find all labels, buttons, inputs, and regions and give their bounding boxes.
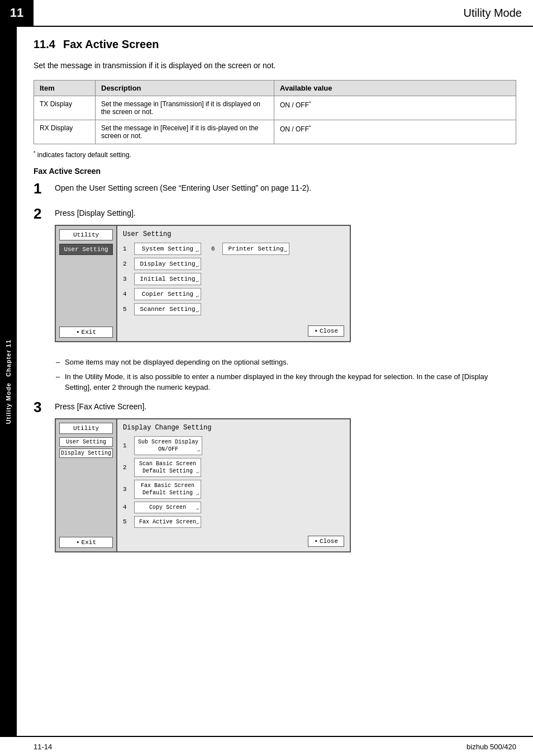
screen-close-button-2[interactable]: ▪ Close	[308, 536, 344, 547]
close-label-1: Close	[320, 328, 338, 334]
sidebar: Chapter 11 Utility Mode	[0, 27, 17, 737]
step-3-text: Press [Fax Active Screen].	[55, 401, 516, 413]
table-row: TX Display Set the message in [Transmiss…	[34, 96, 516, 120]
screen-close-button-1[interactable]: ▪ Close	[308, 325, 344, 337]
bullet-item-1: Some items may not be displayed dependin…	[56, 357, 516, 368]
section-title: Fax Active Screen	[63, 38, 159, 51]
step-2: 2 Press [Display Setting]. Utility User …	[34, 207, 516, 349]
step-3-number: 3	[34, 400, 55, 414]
screen-right-title-1: User Setting	[123, 230, 344, 238]
screen-right-title-2: Display Change Setting	[123, 424, 344, 432]
screen-buttons-1: 1 System Setting 6 Printer Setting 2 Dis…	[123, 243, 344, 315]
screen-exit-button-2[interactable]: ▪ Exit	[59, 537, 113, 548]
screen-mockup-1: Utility User Setting ▪ Exit User Setting…	[55, 225, 351, 342]
row1-description: Set the message in [Transmission] if it …	[96, 96, 274, 120]
bullet-item-2: In the Utility Mode, it is also possible…	[56, 371, 516, 393]
screen-close-row-2: ▪ Close	[123, 531, 344, 547]
s2-btn-row-3: 3 Fax Basic ScreenDefault Setting	[123, 480, 344, 499]
screen-btn-fax-basic[interactable]: Fax Basic ScreenDefault Setting	[134, 480, 201, 499]
s2-btn-row-5: 5 Fax Active Screen	[123, 516, 344, 528]
step-1: 1 Open the User Setting screen (See “Ent…	[34, 182, 516, 200]
step-1-text: Open the User Setting screen (See “Enter…	[55, 182, 516, 194]
screen-right-panel-2: Display Change Setting 1 Sub Screen Disp…	[117, 419, 350, 551]
btn-row-4: 4 Copier Setting	[123, 288, 344, 300]
screen-close-row-1: ▪ Close	[123, 321, 344, 337]
header-title: Utility Mode	[34, 0, 533, 26]
step-1-number: 1	[34, 181, 55, 196]
s2-btn-row-4: 4 Copy Screen	[123, 502, 344, 513]
btn-row-1: 1 System Setting 6 Printer Setting	[123, 243, 344, 255]
screen-inactive-1: User Setting	[59, 437, 113, 447]
screen-btn-system[interactable]: System Setting	[134, 243, 201, 255]
main-content: 11.4 Fax Active Screen Set the message i…	[17, 27, 533, 578]
screen-active-item: User Setting	[59, 244, 113, 255]
screen-btn-copier[interactable]: Copier Setting	[134, 288, 201, 300]
screen-btn-fax-active[interactable]: Fax Active Screen	[134, 516, 201, 528]
row2-description: Set the message in [Receive] if it is di…	[96, 120, 274, 144]
screen-inactive-2: Display Setting	[59, 448, 113, 458]
step-2-text: Press [Display Setting].	[55, 207, 516, 219]
footnote: * indicates factory default setting.	[34, 150, 516, 159]
screen-right-panel-1: User Setting 1 System Setting 6 Printer …	[117, 226, 350, 341]
close-label-2: Close	[320, 538, 338, 545]
screen-exit-button[interactable]: ▪ Exit	[59, 327, 113, 338]
row2-item: RX Display	[34, 120, 96, 144]
screen-btn-scan-basic[interactable]: Scan Basic ScreenDefault Setting	[134, 458, 201, 477]
screen-btn-initial[interactable]: Initial Setting	[134, 273, 201, 285]
screen-utility-label: Utility	[59, 229, 113, 240]
screen-buttons-2: 1 Sub Screen DisplayON/OFF 2 Scan Basic …	[123, 436, 344, 528]
exit-icon-2: ▪	[76, 539, 80, 546]
exit-icon: ▪	[76, 329, 80, 336]
col-value: Available value	[274, 81, 516, 96]
exit-label-2: Exit	[82, 539, 96, 546]
subheading: Fax Active Screen	[34, 167, 516, 176]
bullet-list: Some items may not be displayed dependin…	[56, 357, 516, 393]
col-item: Item	[34, 81, 96, 96]
footer-product: bizhub 500/420	[467, 743, 516, 751]
s2-btn-row-2: 2 Scan Basic ScreenDefault Setting	[123, 458, 344, 477]
step-2-number: 2	[34, 206, 55, 221]
sidebar-chapter-label: Chapter 11	[5, 339, 12, 377]
btn-row-2: 2 Display Setting	[123, 258, 344, 270]
sidebar-mode-label: Utility Mode	[5, 382, 12, 424]
step-3: 3 Press [Fax Active Screen]. Utility Use…	[34, 401, 516, 559]
screen-left-panel-2: Utility User Setting Display Setting ▪ E…	[56, 419, 117, 551]
footer: 11-14 bizhub 500/420	[0, 736, 533, 756]
btn-row-5: 5 Scanner Setting	[123, 303, 344, 315]
screen-mockup-2: Utility User Setting Display Setting ▪ E…	[55, 418, 351, 552]
row1-value: ON / OFF*	[274, 96, 516, 120]
close-icon-2: ▪	[314, 538, 318, 545]
screen-btn-subscreen[interactable]: Sub Screen DisplayON/OFF	[134, 436, 202, 455]
screen-btn-copy[interactable]: Copy Screen	[134, 502, 201, 513]
col-description: Description	[96, 81, 274, 96]
btn-row-3: 3 Initial Setting	[123, 273, 344, 285]
section-number: 11.4	[34, 38, 55, 51]
info-table: Item Description Available value TX Disp…	[34, 80, 516, 144]
close-icon: ▪	[314, 328, 318, 334]
screen-btn-printer[interactable]: Printer Setting	[222, 243, 289, 255]
screen-btn-scanner[interactable]: Scanner Setting	[134, 303, 201, 315]
screen-utility-label-2: Utility	[59, 423, 113, 434]
section-description: Set the message in transmission if it is…	[34, 61, 516, 70]
exit-label: Exit	[82, 329, 96, 336]
screen-btn-display[interactable]: Display Setting	[134, 258, 201, 270]
row2-value: ON / OFF*	[274, 120, 516, 144]
screen-left-panel-1: Utility User Setting ▪ Exit	[56, 226, 117, 341]
table-row: RX Display Set the message in [Receive] …	[34, 120, 516, 144]
s2-btn-row-1: 1 Sub Screen DisplayON/OFF	[123, 436, 344, 455]
footer-page: 11-14	[34, 743, 52, 751]
chapter-number: 11	[0, 0, 34, 26]
row1-item: TX Display	[34, 96, 96, 120]
header-bar: 11 Utility Mode	[0, 0, 533, 27]
